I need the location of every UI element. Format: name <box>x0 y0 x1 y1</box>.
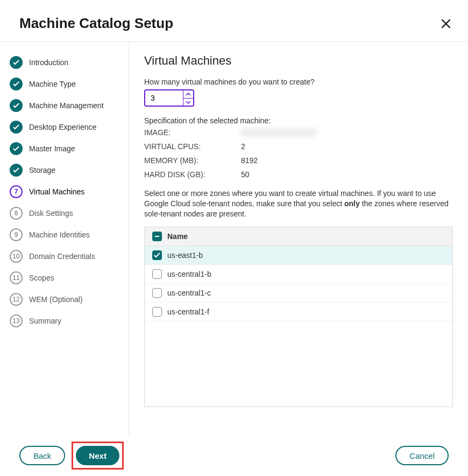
wizard-sidebar: IntroductionMachine TypeMachine Manageme… <box>0 42 129 436</box>
step-label: Storage <box>29 166 55 174</box>
zone-name: us-central1-b <box>167 270 211 278</box>
sidebar-step-introduction[interactable]: Introduction <box>10 52 129 73</box>
step-number-icon: 13 <box>10 314 23 327</box>
instr-bold: only <box>344 199 360 208</box>
next-highlight-box: Next <box>72 442 124 470</box>
step-label: Virtual Machines <box>29 187 84 196</box>
check-icon <box>10 56 23 69</box>
step-label: Disk Settings <box>29 209 73 218</box>
check-icon <box>10 121 23 134</box>
zone-checkbox[interactable] <box>152 269 162 279</box>
sidebar-step-master-image[interactable]: Master Image <box>10 138 129 159</box>
sidebar-step-virtual-machines[interactable]: 7Virtual Machines <box>10 181 129 202</box>
dialog-body: IntroductionMachine TypeMachine Manageme… <box>0 42 468 436</box>
svg-rect-2 <box>155 236 159 237</box>
step-label: Scopes <box>29 274 54 282</box>
step-up-button[interactable] <box>183 90 193 98</box>
vm-count-stepper <box>144 89 194 107</box>
step-label: Machine Management <box>29 101 104 110</box>
back-button[interactable]: Back <box>19 446 65 465</box>
spec-vcpu-key: VIRTUAL CPUS: <box>144 142 241 151</box>
stepper-buttons <box>183 90 193 106</box>
dialog-header: Machine Catalog Setup <box>0 0 468 41</box>
zone-table: Name us-east1-bus-central1-bus-central1-… <box>144 227 453 407</box>
step-label: Master Image <box>29 144 75 153</box>
redacted-image-name <box>241 128 316 137</box>
step-number-icon: 11 <box>10 271 23 284</box>
zone-row[interactable]: us-central1-c <box>145 284 452 303</box>
sidebar-step-domain-credentials[interactable]: 10Domain Credentials <box>10 246 129 267</box>
wizard-window: Machine Catalog Setup IntroductionMachin… <box>0 0 468 476</box>
check-icon <box>10 164 23 177</box>
spec-mem-key: MEMORY (MB): <box>144 156 241 165</box>
sidebar-step-scopes[interactable]: 11Scopes <box>10 267 129 289</box>
check-icon <box>10 78 23 90</box>
zone-name: us-central1-f <box>167 307 209 316</box>
sidebar-step-machine-type[interactable]: Machine Type <box>10 73 129 95</box>
check-icon <box>10 142 23 155</box>
dialog-footer: Back Next Cancel <box>0 435 468 476</box>
zone-checkbox[interactable] <box>152 250 162 260</box>
check-icon <box>10 99 23 112</box>
zone-row[interactable]: us-central1-b <box>145 265 452 284</box>
step-down-button[interactable] <box>183 98 193 106</box>
step-number-icon: 10 <box>10 250 23 263</box>
zone-name: us-central1-c <box>167 289 211 297</box>
step-label: Introduction <box>29 58 68 67</box>
step-label: Summary <box>29 317 61 325</box>
sidebar-step-summary[interactable]: 13Summary <box>10 310 129 332</box>
zone-name: us-east1-b <box>167 251 203 260</box>
zone-checkbox[interactable] <box>152 307 162 317</box>
step-label: WEM (Optional) <box>29 295 83 304</box>
zone-header-name: Name <box>167 232 188 241</box>
sidebar-step-wem-optional-[interactable]: 12WEM (Optional) <box>10 289 129 310</box>
step-number-icon: 7 <box>10 185 23 198</box>
spec-heading: Specification of the selected machine: <box>144 116 453 125</box>
close-icon[interactable] <box>439 17 453 31</box>
step-label: Domain Credentials <box>29 252 95 261</box>
next-button[interactable]: Next <box>76 446 119 465</box>
zone-table-header: Name <box>145 227 452 246</box>
step-number-icon: 8 <box>10 207 23 220</box>
step-number-icon: 12 <box>10 293 23 306</box>
sidebar-step-storage[interactable]: Storage <box>10 159 129 181</box>
zone-row[interactable]: us-east1-b <box>145 246 452 265</box>
step-number-icon: 9 <box>10 228 23 241</box>
vm-count-input[interactable] <box>145 90 183 106</box>
spec-disk-key: HARD DISK (GB): <box>144 170 241 179</box>
sidebar-step-desktop-experience[interactable]: Desktop Experience <box>10 116 129 138</box>
sidebar-step-machine-management[interactable]: Machine Management <box>10 95 129 116</box>
spec-image-val <box>241 128 453 137</box>
page-heading: Virtual Machines <box>144 54 453 68</box>
step-label: Machine Identities <box>29 230 90 239</box>
sidebar-step-disk-settings[interactable]: 8Disk Settings <box>10 202 129 224</box>
spec-vcpu-val: 2 <box>241 142 453 151</box>
cancel-button[interactable]: Cancel <box>395 446 449 465</box>
wizard-content: Virtual Machines How many virtual machin… <box>129 42 468 436</box>
dialog-title: Machine Catalog Setup <box>19 15 173 32</box>
spec-mem-val: 8192 <box>241 156 453 165</box>
zone-instructions: Select one or more zones where you want … <box>144 188 453 219</box>
spec-disk-val: 50 <box>241 170 453 179</box>
step-label: Machine Type <box>29 80 76 88</box>
zone-row[interactable]: us-central1-f <box>145 303 452 321</box>
vm-count-question: How many virtual machines do you want to… <box>144 78 453 86</box>
zone-checkbox[interactable] <box>152 288 162 298</box>
spec-image-key: IMAGE: <box>144 128 241 137</box>
spec-grid: IMAGE: VIRTUAL CPUS: 2 MEMORY (MB): 8192… <box>144 128 453 179</box>
step-label: Desktop Experience <box>29 123 96 131</box>
select-all-checkbox[interactable] <box>152 232 162 241</box>
sidebar-step-machine-identities[interactable]: 9Machine Identities <box>10 224 129 246</box>
